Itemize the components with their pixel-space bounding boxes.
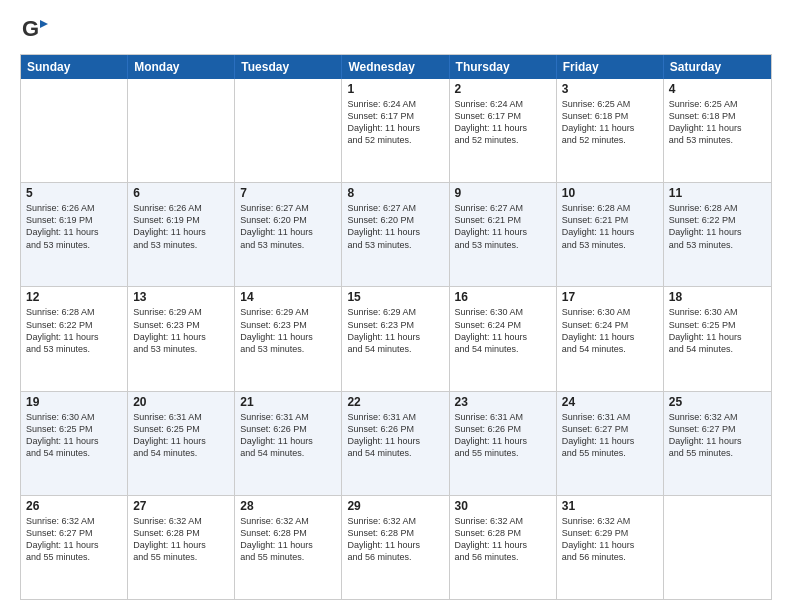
day-info: Sunrise: 6:25 AM Sunset: 6:18 PM Dayligh…	[669, 98, 766, 147]
calendar-body: 1Sunrise: 6:24 AM Sunset: 6:17 PM Daylig…	[21, 79, 771, 599]
day-number: 16	[455, 290, 551, 304]
calendar-week-1: 1Sunrise: 6:24 AM Sunset: 6:17 PM Daylig…	[21, 79, 771, 182]
day-number: 17	[562, 290, 658, 304]
day-info: Sunrise: 6:31 AM Sunset: 6:26 PM Dayligh…	[240, 411, 336, 460]
calendar-week-2: 5Sunrise: 6:26 AM Sunset: 6:19 PM Daylig…	[21, 182, 771, 286]
day-number: 8	[347, 186, 443, 200]
day-number: 7	[240, 186, 336, 200]
calendar-day-3: 3Sunrise: 6:25 AM Sunset: 6:18 PM Daylig…	[557, 79, 664, 182]
calendar-empty	[21, 79, 128, 182]
day-info: Sunrise: 6:30 AM Sunset: 6:24 PM Dayligh…	[455, 306, 551, 355]
day-number: 28	[240, 499, 336, 513]
day-number: 1	[347, 82, 443, 96]
day-info: Sunrise: 6:31 AM Sunset: 6:26 PM Dayligh…	[347, 411, 443, 460]
calendar-day-7: 7Sunrise: 6:27 AM Sunset: 6:20 PM Daylig…	[235, 183, 342, 286]
day-info: Sunrise: 6:32 AM Sunset: 6:28 PM Dayligh…	[455, 515, 551, 564]
day-info: Sunrise: 6:30 AM Sunset: 6:25 PM Dayligh…	[26, 411, 122, 460]
day-info: Sunrise: 6:32 AM Sunset: 6:28 PM Dayligh…	[347, 515, 443, 564]
day-header-friday: Friday	[557, 55, 664, 79]
calendar-day-15: 15Sunrise: 6:29 AM Sunset: 6:23 PM Dayli…	[342, 287, 449, 390]
calendar-day-16: 16Sunrise: 6:30 AM Sunset: 6:24 PM Dayli…	[450, 287, 557, 390]
logo: G	[20, 16, 52, 44]
svg-marker-1	[40, 20, 48, 28]
day-info: Sunrise: 6:27 AM Sunset: 6:20 PM Dayligh…	[240, 202, 336, 251]
day-info: Sunrise: 6:30 AM Sunset: 6:24 PM Dayligh…	[562, 306, 658, 355]
calendar-day-13: 13Sunrise: 6:29 AM Sunset: 6:23 PM Dayli…	[128, 287, 235, 390]
calendar-day-31: 31Sunrise: 6:32 AM Sunset: 6:29 PM Dayli…	[557, 496, 664, 599]
day-header-saturday: Saturday	[664, 55, 771, 79]
day-info: Sunrise: 6:26 AM Sunset: 6:19 PM Dayligh…	[26, 202, 122, 251]
calendar-day-29: 29Sunrise: 6:32 AM Sunset: 6:28 PM Dayli…	[342, 496, 449, 599]
day-info: Sunrise: 6:27 AM Sunset: 6:20 PM Dayligh…	[347, 202, 443, 251]
day-number: 5	[26, 186, 122, 200]
day-info: Sunrise: 6:31 AM Sunset: 6:25 PM Dayligh…	[133, 411, 229, 460]
day-info: Sunrise: 6:32 AM Sunset: 6:28 PM Dayligh…	[133, 515, 229, 564]
calendar-day-30: 30Sunrise: 6:32 AM Sunset: 6:28 PM Dayli…	[450, 496, 557, 599]
day-info: Sunrise: 6:29 AM Sunset: 6:23 PM Dayligh…	[240, 306, 336, 355]
calendar-day-23: 23Sunrise: 6:31 AM Sunset: 6:26 PM Dayli…	[450, 392, 557, 495]
day-info: Sunrise: 6:31 AM Sunset: 6:26 PM Dayligh…	[455, 411, 551, 460]
calendar-day-20: 20Sunrise: 6:31 AM Sunset: 6:25 PM Dayli…	[128, 392, 235, 495]
day-info: Sunrise: 6:28 AM Sunset: 6:21 PM Dayligh…	[562, 202, 658, 251]
calendar-week-4: 19Sunrise: 6:30 AM Sunset: 6:25 PM Dayli…	[21, 391, 771, 495]
day-number: 11	[669, 186, 766, 200]
day-number: 21	[240, 395, 336, 409]
calendar-day-18: 18Sunrise: 6:30 AM Sunset: 6:25 PM Dayli…	[664, 287, 771, 390]
calendar-empty	[128, 79, 235, 182]
calendar-week-5: 26Sunrise: 6:32 AM Sunset: 6:27 PM Dayli…	[21, 495, 771, 599]
day-info: Sunrise: 6:32 AM Sunset: 6:29 PM Dayligh…	[562, 515, 658, 564]
day-info: Sunrise: 6:32 AM Sunset: 6:27 PM Dayligh…	[26, 515, 122, 564]
calendar-day-24: 24Sunrise: 6:31 AM Sunset: 6:27 PM Dayli…	[557, 392, 664, 495]
calendar-day-27: 27Sunrise: 6:32 AM Sunset: 6:28 PM Dayli…	[128, 496, 235, 599]
svg-text:G: G	[22, 16, 39, 41]
calendar-empty	[664, 496, 771, 599]
day-header-wednesday: Wednesday	[342, 55, 449, 79]
day-info: Sunrise: 6:29 AM Sunset: 6:23 PM Dayligh…	[347, 306, 443, 355]
calendar-header: SundayMondayTuesdayWednesdayThursdayFrid…	[21, 55, 771, 79]
day-number: 10	[562, 186, 658, 200]
day-number: 30	[455, 499, 551, 513]
day-number: 25	[669, 395, 766, 409]
day-header-tuesday: Tuesday	[235, 55, 342, 79]
day-number: 29	[347, 499, 443, 513]
day-number: 26	[26, 499, 122, 513]
calendar-day-1: 1Sunrise: 6:24 AM Sunset: 6:17 PM Daylig…	[342, 79, 449, 182]
day-header-sunday: Sunday	[21, 55, 128, 79]
day-number: 27	[133, 499, 229, 513]
day-info: Sunrise: 6:28 AM Sunset: 6:22 PM Dayligh…	[26, 306, 122, 355]
calendar-day-19: 19Sunrise: 6:30 AM Sunset: 6:25 PM Dayli…	[21, 392, 128, 495]
calendar-day-8: 8Sunrise: 6:27 AM Sunset: 6:20 PM Daylig…	[342, 183, 449, 286]
calendar: SundayMondayTuesdayWednesdayThursdayFrid…	[20, 54, 772, 600]
calendar-day-4: 4Sunrise: 6:25 AM Sunset: 6:18 PM Daylig…	[664, 79, 771, 182]
day-number: 13	[133, 290, 229, 304]
calendar-day-9: 9Sunrise: 6:27 AM Sunset: 6:21 PM Daylig…	[450, 183, 557, 286]
logo-icon: G	[20, 16, 48, 44]
day-number: 22	[347, 395, 443, 409]
day-info: Sunrise: 6:32 AM Sunset: 6:28 PM Dayligh…	[240, 515, 336, 564]
day-number: 18	[669, 290, 766, 304]
calendar-day-17: 17Sunrise: 6:30 AM Sunset: 6:24 PM Dayli…	[557, 287, 664, 390]
calendar-day-21: 21Sunrise: 6:31 AM Sunset: 6:26 PM Dayli…	[235, 392, 342, 495]
calendar-day-11: 11Sunrise: 6:28 AM Sunset: 6:22 PM Dayli…	[664, 183, 771, 286]
day-info: Sunrise: 6:32 AM Sunset: 6:27 PM Dayligh…	[669, 411, 766, 460]
calendar-day-25: 25Sunrise: 6:32 AM Sunset: 6:27 PM Dayli…	[664, 392, 771, 495]
day-info: Sunrise: 6:24 AM Sunset: 6:17 PM Dayligh…	[347, 98, 443, 147]
day-number: 19	[26, 395, 122, 409]
calendar-day-2: 2Sunrise: 6:24 AM Sunset: 6:17 PM Daylig…	[450, 79, 557, 182]
day-number: 31	[562, 499, 658, 513]
calendar-day-28: 28Sunrise: 6:32 AM Sunset: 6:28 PM Dayli…	[235, 496, 342, 599]
calendar-day-10: 10Sunrise: 6:28 AM Sunset: 6:21 PM Dayli…	[557, 183, 664, 286]
day-header-thursday: Thursday	[450, 55, 557, 79]
calendar-week-3: 12Sunrise: 6:28 AM Sunset: 6:22 PM Dayli…	[21, 286, 771, 390]
day-info: Sunrise: 6:29 AM Sunset: 6:23 PM Dayligh…	[133, 306, 229, 355]
day-number: 14	[240, 290, 336, 304]
day-number: 20	[133, 395, 229, 409]
calendar-day-22: 22Sunrise: 6:31 AM Sunset: 6:26 PM Dayli…	[342, 392, 449, 495]
day-info: Sunrise: 6:30 AM Sunset: 6:25 PM Dayligh…	[669, 306, 766, 355]
day-number: 2	[455, 82, 551, 96]
day-info: Sunrise: 6:24 AM Sunset: 6:17 PM Dayligh…	[455, 98, 551, 147]
day-number: 4	[669, 82, 766, 96]
day-header-monday: Monday	[128, 55, 235, 79]
calendar-day-12: 12Sunrise: 6:28 AM Sunset: 6:22 PM Dayli…	[21, 287, 128, 390]
day-info: Sunrise: 6:26 AM Sunset: 6:19 PM Dayligh…	[133, 202, 229, 251]
